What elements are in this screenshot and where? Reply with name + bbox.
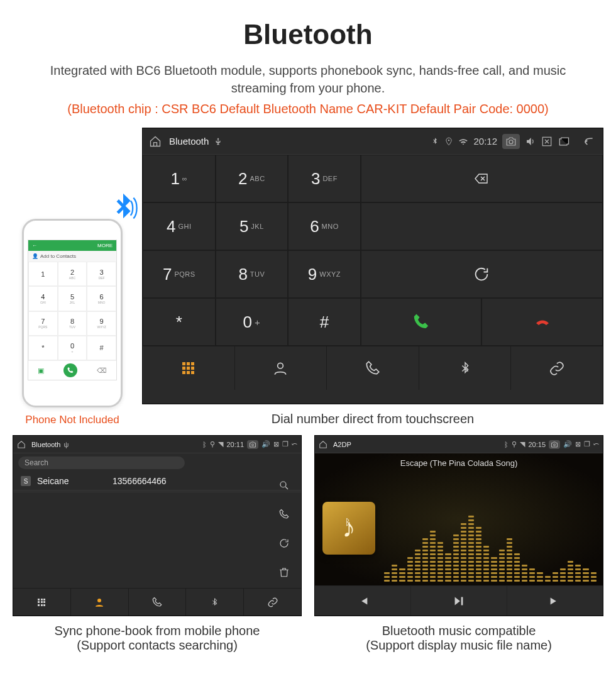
back-icon[interactable]: ⤺ (593, 440, 599, 448)
page-title: Bluetooth (243, 19, 372, 50)
side-actions (271, 472, 297, 588)
location-icon: ⚲ (210, 440, 215, 448)
side-call-icon[interactable] (278, 509, 290, 523)
tab-contacts[interactable] (235, 346, 327, 390)
key-3[interactable]: 3DEF (288, 155, 361, 202)
key-star[interactable]: * (143, 298, 216, 346)
tab-link[interactable] (511, 346, 603, 390)
key-2[interactable]: 2ABC (216, 155, 289, 202)
hangup-button[interactable] (481, 298, 603, 346)
phone-keypad: 12ABC3DEF4GHI5JKL6MNO7PQRS8TUV9WXYZ*0+# (28, 262, 116, 360)
wifi-icon: ◥ (218, 440, 223, 448)
statusbar-time: 20:12 (473, 136, 497, 147)
search-input[interactable]: Search (18, 456, 185, 469)
track-title: Escape (The Pina Colada Song) (315, 453, 603, 470)
dialer-statusbar: Bluetooth 20:12 (143, 128, 603, 155)
music-controls (315, 585, 603, 616)
location-icon (444, 137, 453, 146)
camera-icon[interactable] (247, 440, 258, 449)
statusbar-title: Bluetooth (31, 441, 60, 448)
dialer-caption: Dial number direct from touchscreen (142, 412, 603, 426)
contact-name: Seicane (37, 476, 106, 486)
statusbar-time: 20:15 (528, 441, 546, 448)
call-button[interactable] (361, 298, 482, 346)
wifi-icon (458, 136, 468, 147)
backspace-button[interactable] (361, 155, 603, 202)
prev-button[interactable] (315, 586, 411, 616)
statusbar-title: A2DP (333, 441, 351, 448)
music-note-icon: ♪ᛒ (343, 513, 356, 543)
back-icon[interactable]: ⤺ (292, 440, 297, 448)
tab-link[interactable] (244, 589, 301, 616)
key-0[interactable]: 0+ (216, 298, 289, 346)
bluetooth-signal-icon (106, 191, 141, 226)
key-6[interactable]: 6MNO (288, 202, 361, 250)
volume-icon[interactable]: 🔊 (563, 440, 572, 448)
windows-icon[interactable] (558, 135, 570, 148)
statusbar-time: 20:11 (226, 441, 244, 448)
close-box-icon[interactable]: ⊠ (575, 440, 581, 448)
side-refresh-icon[interactable] (278, 538, 290, 551)
statusbar-title: Bluetooth (169, 136, 209, 147)
side-search-icon[interactable] (278, 480, 290, 494)
tab-dialpad[interactable] (13, 589, 71, 616)
tab-bluetooth[interactable] (186, 589, 244, 616)
volume-icon[interactable]: 🔊 (261, 440, 270, 448)
playpause-button[interactable] (411, 586, 507, 616)
key-9[interactable]: 9WXYZ (288, 250, 361, 298)
wifi-icon: ◥ (520, 440, 525, 448)
refresh-button[interactable] (361, 250, 603, 298)
contact-row[interactable]: S Seicane 13566664466 (13, 472, 301, 490)
contacts-bottombar (13, 588, 301, 616)
dialer-device: Bluetooth 20:12 1∞ 2A (142, 128, 603, 404)
svg-point-6 (280, 482, 286, 487)
next-button[interactable] (507, 586, 603, 616)
key-hash[interactable]: # (288, 298, 361, 346)
home-icon[interactable] (149, 135, 162, 148)
key-5[interactable]: 5JKL (216, 202, 289, 250)
camera-icon[interactable] (549, 440, 560, 449)
equalizer-viz (384, 487, 597, 582)
location-icon: ⚲ (512, 440, 517, 448)
svg-point-4 (278, 363, 283, 368)
bluetooth-icon: ᛒ (202, 441, 207, 448)
side-delete-icon[interactable] (278, 567, 290, 580)
tab-calls[interactable] (129, 589, 187, 616)
svg-point-8 (554, 444, 556, 446)
tab-dialpad[interactable] (143, 346, 235, 390)
usb-icon: ψ (63, 441, 69, 448)
phone-arrow-icon: ← (32, 243, 37, 248)
tab-bluetooth[interactable] (419, 346, 512, 390)
windows-icon[interactable]: ❐ (584, 440, 590, 448)
svg-point-5 (252, 444, 254, 446)
close-box-icon[interactable]: ⊠ (273, 440, 279, 448)
back-icon[interactable] (580, 135, 597, 148)
key-1[interactable]: 1∞ (143, 155, 216, 202)
contacts-statusbar: Bluetooth ψ ᛒ ⚲ ◥ 20:11 🔊 ⊠ ❐ ⤺ (13, 436, 301, 453)
camera-icon[interactable] (502, 134, 520, 149)
key-4[interactable]: 4GHI (143, 202, 216, 250)
bluetooth-icon (431, 137, 439, 146)
page-subtitle: Integrated with BC6 Bluetooth module, su… (31, 62, 585, 97)
contact-number: 13566664466 (113, 476, 167, 486)
bluetooth-icon: ᛒ (345, 517, 350, 527)
home-icon[interactable] (17, 440, 26, 449)
key-7[interactable]: 7PQRS (143, 250, 216, 298)
music-statusbar: A2DP ᛒ ⚲ ◥ 20:15 🔊 ⊠ ❐ ⤺ (315, 436, 603, 453)
windows-icon[interactable]: ❐ (282, 440, 289, 448)
grid-icon (38, 599, 45, 606)
phone-add-contacts: 👤Add to Contacts (28, 251, 116, 262)
tab-contacts[interactable] (71, 589, 129, 616)
volume-icon[interactable] (525, 136, 536, 147)
phone-call-button (63, 363, 77, 377)
contacts-caption: Sync phone-book from mobile phone (Suppo… (13, 624, 302, 653)
home-icon[interactable] (319, 440, 327, 449)
grid-icon (182, 362, 194, 374)
bluetooth-icon: ᛒ (504, 441, 509, 448)
album-art: ♪ᛒ (322, 502, 375, 555)
close-box-icon[interactable] (541, 136, 553, 147)
key-8[interactable]: 8TUV (216, 250, 289, 298)
contacts-device: Bluetooth ψ ᛒ ⚲ ◥ 20:11 🔊 ⊠ ❐ ⤺ Search (13, 435, 302, 616)
bt-spec-line: (Bluetooth chip : CSR BC6 Default Blueto… (67, 102, 549, 116)
tab-calls[interactable] (327, 346, 419, 390)
